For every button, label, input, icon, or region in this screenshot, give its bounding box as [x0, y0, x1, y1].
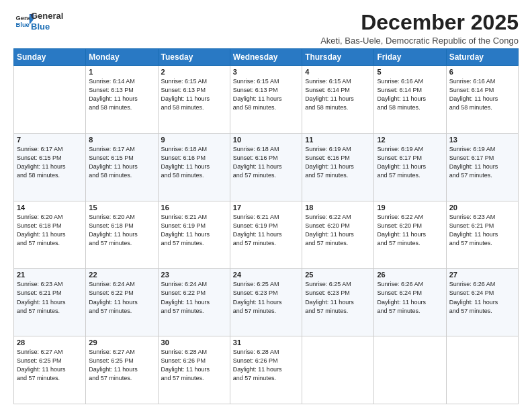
- day-number: 14: [17, 203, 83, 212]
- day-info: Sunrise: 6:25 AMSunset: 6:23 PMDaylight:…: [233, 280, 299, 315]
- calendar-table: SundayMondayTuesdayWednesdayThursdayFrid…: [13, 48, 519, 404]
- day-number: 8: [89, 136, 154, 144]
- logo: General Blue General Blue: [13, 11, 63, 32]
- calendar-cell: 20Sunrise: 6:23 AMSunset: 6:21 PMDayligh…: [446, 201, 518, 269]
- day-number: 29: [89, 338, 154, 347]
- day-info: Sunrise: 6:19 AMSunset: 6:17 PMDaylight:…: [377, 145, 443, 180]
- calendar-cell: 15Sunrise: 6:20 AMSunset: 6:18 PMDayligh…: [86, 201, 158, 269]
- day-info: Sunrise: 6:21 AMSunset: 6:19 PMDaylight:…: [161, 213, 227, 248]
- day-number: 19: [377, 203, 443, 212]
- calendar-week-row: 21Sunrise: 6:23 AMSunset: 6:21 PMDayligh…: [14, 269, 519, 336]
- day-number: 9: [161, 136, 227, 144]
- day-number: 27: [449, 271, 515, 279]
- day-info: Sunrise: 6:17 AMSunset: 6:15 PMDaylight:…: [89, 145, 154, 180]
- calendar-day-header: Thursday: [302, 49, 374, 66]
- calendar-cell: [446, 336, 518, 404]
- day-number: 4: [305, 68, 371, 76]
- calendar-cell: 5Sunrise: 6:16 AMSunset: 6:14 PMDaylight…: [374, 66, 446, 134]
- calendar-day-header: Sunday: [14, 49, 86, 66]
- day-number: 17: [233, 203, 299, 212]
- calendar-cell: [374, 336, 446, 404]
- day-info: Sunrise: 6:17 AMSunset: 6:15 PMDaylight:…: [17, 145, 83, 180]
- day-number: 22: [89, 271, 154, 279]
- day-number: 21: [17, 271, 83, 279]
- calendar-cell: [14, 66, 86, 134]
- calendar-cell: 19Sunrise: 6:22 AMSunset: 6:20 PMDayligh…: [374, 201, 446, 269]
- calendar-day-header: Tuesday: [158, 49, 230, 66]
- day-number: 16: [161, 203, 227, 212]
- day-info: Sunrise: 6:27 AMSunset: 6:25 PMDaylight:…: [89, 348, 154, 383]
- main-title: December 2025: [320, 11, 519, 34]
- calendar-day-header: Friday: [374, 49, 446, 66]
- day-info: Sunrise: 6:24 AMSunset: 6:22 PMDaylight:…: [161, 280, 227, 315]
- day-number: 6: [449, 68, 515, 76]
- calendar-cell: 16Sunrise: 6:21 AMSunset: 6:19 PMDayligh…: [158, 201, 230, 269]
- calendar-week-row: 28Sunrise: 6:27 AMSunset: 6:25 PMDayligh…: [14, 336, 519, 404]
- calendar-week-row: 14Sunrise: 6:20 AMSunset: 6:18 PMDayligh…: [14, 201, 519, 269]
- day-number: 3: [233, 68, 299, 76]
- day-number: 5: [377, 68, 443, 76]
- calendar-cell: 17Sunrise: 6:21 AMSunset: 6:19 PMDayligh…: [230, 201, 302, 269]
- calendar-cell: 21Sunrise: 6:23 AMSunset: 6:21 PMDayligh…: [14, 269, 86, 336]
- day-number: 23: [161, 271, 227, 279]
- day-info: Sunrise: 6:20 AMSunset: 6:18 PMDaylight:…: [17, 213, 83, 248]
- day-number: 26: [377, 271, 443, 279]
- day-info: Sunrise: 6:26 AMSunset: 6:24 PMDaylight:…: [377, 280, 443, 315]
- day-info: Sunrise: 6:22 AMSunset: 6:20 PMDaylight:…: [377, 213, 443, 248]
- calendar-cell: 26Sunrise: 6:26 AMSunset: 6:24 PMDayligh…: [374, 269, 446, 336]
- day-info: Sunrise: 6:15 AMSunset: 6:13 PMDaylight:…: [233, 77, 299, 112]
- calendar-header-row: SundayMondayTuesdayWednesdayThursdayFrid…: [14, 49, 519, 66]
- calendar-day-header: Saturday: [446, 49, 518, 66]
- logo-blue-text: Blue: [31, 21, 63, 32]
- calendar-cell: 30Sunrise: 6:28 AMSunset: 6:26 PMDayligh…: [158, 336, 230, 404]
- day-info: Sunrise: 6:22 AMSunset: 6:20 PMDaylight:…: [305, 213, 371, 248]
- day-info: Sunrise: 6:19 AMSunset: 6:16 PMDaylight:…: [305, 145, 371, 180]
- calendar-cell: 9Sunrise: 6:18 AMSunset: 6:16 PMDaylight…: [158, 133, 230, 201]
- day-info: Sunrise: 6:18 AMSunset: 6:16 PMDaylight:…: [161, 145, 227, 180]
- svg-text:Blue: Blue: [16, 21, 30, 28]
- calendar-cell: 7Sunrise: 6:17 AMSunset: 6:15 PMDaylight…: [14, 133, 86, 201]
- day-number: 25: [305, 271, 371, 279]
- page: General Blue General Blue December 2025 …: [0, 0, 532, 411]
- calendar-cell: 11Sunrise: 6:19 AMSunset: 6:16 PMDayligh…: [302, 133, 374, 201]
- calendar-cell: 24Sunrise: 6:25 AMSunset: 6:23 PMDayligh…: [230, 269, 302, 336]
- subtitle: Aketi, Bas-Uele, Democratic Republic of …: [320, 36, 519, 46]
- day-number: 10: [233, 136, 299, 144]
- calendar-cell: 29Sunrise: 6:27 AMSunset: 6:25 PMDayligh…: [86, 336, 158, 404]
- calendar-cell: 2Sunrise: 6:15 AMSunset: 6:13 PMDaylight…: [158, 66, 230, 134]
- calendar-week-row: 1Sunrise: 6:14 AMSunset: 6:13 PMDaylight…: [14, 66, 519, 134]
- day-info: Sunrise: 6:18 AMSunset: 6:16 PMDaylight:…: [233, 145, 299, 180]
- calendar-cell: 4Sunrise: 6:15 AMSunset: 6:14 PMDaylight…: [302, 66, 374, 134]
- day-number: 20: [449, 203, 515, 212]
- calendar-cell: 13Sunrise: 6:19 AMSunset: 6:17 PMDayligh…: [446, 133, 518, 201]
- day-number: 31: [233, 338, 299, 347]
- day-number: 13: [449, 136, 515, 144]
- calendar-cell: 28Sunrise: 6:27 AMSunset: 6:25 PMDayligh…: [14, 336, 86, 404]
- day-info: Sunrise: 6:16 AMSunset: 6:14 PMDaylight:…: [449, 77, 515, 112]
- calendar-cell: 22Sunrise: 6:24 AMSunset: 6:22 PMDayligh…: [86, 269, 158, 336]
- calendar-cell: 12Sunrise: 6:19 AMSunset: 6:17 PMDayligh…: [374, 133, 446, 201]
- day-number: 1: [89, 68, 154, 76]
- calendar-day-header: Monday: [86, 49, 158, 66]
- calendar-cell: 1Sunrise: 6:14 AMSunset: 6:13 PMDaylight…: [86, 66, 158, 134]
- day-number: 2: [161, 68, 227, 76]
- day-info: Sunrise: 6:28 AMSunset: 6:26 PMDaylight:…: [233, 348, 299, 383]
- day-info: Sunrise: 6:26 AMSunset: 6:24 PMDaylight:…: [449, 280, 515, 315]
- day-info: Sunrise: 6:15 AMSunset: 6:13 PMDaylight:…: [161, 77, 227, 112]
- day-number: 7: [17, 136, 83, 144]
- calendar-cell: [302, 336, 374, 404]
- header: General Blue General Blue December 2025 …: [13, 11, 519, 46]
- day-number: 11: [305, 136, 371, 144]
- day-info: Sunrise: 6:20 AMSunset: 6:18 PMDaylight:…: [89, 213, 154, 248]
- day-info: Sunrise: 6:23 AMSunset: 6:21 PMDaylight:…: [449, 213, 515, 248]
- calendar-cell: 14Sunrise: 6:20 AMSunset: 6:18 PMDayligh…: [14, 201, 86, 269]
- calendar-cell: 18Sunrise: 6:22 AMSunset: 6:20 PMDayligh…: [302, 201, 374, 269]
- calendar-cell: 8Sunrise: 6:17 AMSunset: 6:15 PMDaylight…: [86, 133, 158, 201]
- calendar-cell: 27Sunrise: 6:26 AMSunset: 6:24 PMDayligh…: [446, 269, 518, 336]
- calendar-cell: 31Sunrise: 6:28 AMSunset: 6:26 PMDayligh…: [230, 336, 302, 404]
- calendar-cell: 23Sunrise: 6:24 AMSunset: 6:22 PMDayligh…: [158, 269, 230, 336]
- day-info: Sunrise: 6:21 AMSunset: 6:19 PMDaylight:…: [233, 213, 299, 248]
- day-info: Sunrise: 6:15 AMSunset: 6:14 PMDaylight:…: [305, 77, 371, 112]
- day-info: Sunrise: 6:19 AMSunset: 6:17 PMDaylight:…: [449, 145, 515, 180]
- day-info: Sunrise: 6:27 AMSunset: 6:25 PMDaylight:…: [17, 348, 83, 383]
